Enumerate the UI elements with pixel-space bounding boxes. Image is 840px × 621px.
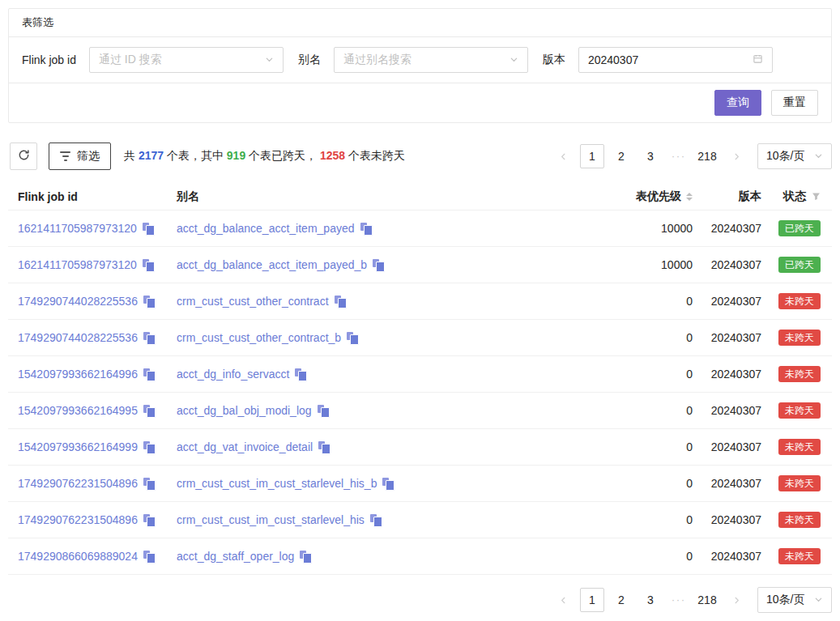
cell-version: 20240307 [693,368,761,381]
next-page-button[interactable] [724,588,748,612]
last-page-button[interactable]: 218 [695,144,719,168]
flink-job-id-select[interactable]: 通过 ID 搜索 [89,47,284,73]
cell-flink-job-id: 1749290762231504896 [8,513,177,526]
copy-icon[interactable] [295,368,306,380]
version-date-input[interactable]: 20240307 [578,47,773,73]
prev-page-button[interactable] [551,588,575,612]
status-badge: 未跨天 [778,512,821,528]
page-size-value: 10条/页 [766,593,804,607]
cell-status: 未跨天 [761,439,832,455]
page-button-3[interactable]: 3 [638,144,663,168]
cell-version: 20240307 [693,331,761,344]
alias-link[interactable]: acct_dg_vat_invoice_detail [177,440,313,453]
cell-priority: 0 [587,550,693,563]
cell-alias: acct_dg_balance_acct_item_payed [177,222,587,235]
cell-status: 未跨天 [761,548,832,564]
pagination-top: 1 2 3 ··· 218 [548,144,751,168]
copy-icon[interactable] [360,223,372,234]
status-badge: 未跨天 [778,402,821,419]
filter-toggle-label: 筛选 [77,149,100,164]
cell-alias: acct_dg_info_servacct [177,368,587,381]
cell-version: 20240307 [693,550,761,563]
last-page-button[interactable]: 218 [695,588,719,612]
cell-priority: 0 [587,477,693,490]
next-page-button[interactable] [724,144,748,168]
alias-link[interactable]: acct_dg_bal_obj_modi_log [177,404,312,417]
alias-link[interactable]: crm_cust_cust_other_contract_b [177,331,341,344]
alias-link[interactable]: acct_dg_info_servacct [177,368,289,381]
page-size-select[interactable]: 10条/页 [757,587,832,613]
cell-alias: crm_cust_cust_im_cust_starlevel_his_b [177,477,587,490]
status-badge: 已跨天 [778,257,821,273]
copy-icon[interactable] [143,551,155,562]
copy-icon[interactable] [143,368,155,380]
copy-icon[interactable] [143,478,155,489]
search-button[interactable]: 查询 [714,90,761,116]
flink-job-id-link[interactable]: 1621411705987973120 [18,258,137,271]
cell-priority: 0 [587,513,693,526]
copy-icon[interactable] [143,405,155,416]
flink-job-id-link[interactable]: 1749290762231504896 [18,477,138,490]
alias-link[interactable]: acct_dg_balance_acct_item_payed [177,222,355,235]
copy-icon[interactable] [143,223,154,234]
table-row: 1542097993662164996 acct_dg_info_servacc… [8,356,832,393]
flink-job-id-link[interactable]: 1749290762231504896 [18,513,138,526]
copy-icon[interactable] [318,441,330,453]
header-status: 状态 [761,189,832,204]
sort-icon[interactable] [686,193,693,201]
flink-job-id-link[interactable]: 1749290866069889024 [18,550,138,563]
cell-status: 未跨天 [761,293,832,309]
filter-toggle-button[interactable]: 筛选 [49,142,111,170]
copy-icon[interactable] [347,332,358,343]
copy-icon[interactable] [370,514,382,525]
page-button-2[interactable]: 2 [609,588,633,612]
page-size-select[interactable]: 10条/页 [757,143,832,169]
filter-funnel-icon[interactable] [812,192,821,201]
copy-icon[interactable] [373,259,384,270]
page-button-1[interactable]: 1 [580,144,604,168]
flink-job-id-link[interactable]: 1621411705987973120 [18,222,137,235]
alias-link[interactable]: acct_dg_staff_oper_log [177,550,294,563]
copy-icon[interactable] [300,551,311,562]
flink-job-id-link[interactable]: 1749290744028225536 [18,331,138,344]
copy-icon[interactable] [318,405,329,416]
copy-icon[interactable] [143,296,155,307]
page-button-3[interactable]: 3 [638,588,663,612]
copy-icon[interactable] [143,259,154,270]
refresh-button[interactable] [10,142,37,170]
cell-alias: acct_dg_bal_obj_modi_log [177,404,587,417]
copy-icon[interactable] [143,514,155,525]
page-button-2[interactable]: 2 [609,144,633,168]
page-ellipsis[interactable]: ··· [667,151,690,162]
crossed-count: 919 [227,149,245,162]
header-priority[interactable]: 表优先级 [587,189,693,204]
status-badge: 未跨天 [778,548,821,564]
copy-icon[interactable] [382,478,394,489]
cell-flink-job-id: 1621411705987973120 [8,222,177,235]
alias-link[interactable]: crm_cust_cust_other_contract [177,295,329,308]
flink-job-id-link[interactable]: 1749290744028225536 [18,295,138,308]
alias-select[interactable]: 通过别名搜索 [334,47,528,73]
alias-link[interactable]: acct_dg_balance_acct_item_payed_b [177,258,367,271]
flink-job-id-link[interactable]: 1542097993662164995 [18,404,138,417]
cell-alias: crm_cust_cust_other_contract_b [177,331,587,344]
prev-page-button[interactable] [551,144,575,168]
copy-icon[interactable] [143,332,155,343]
alias-link[interactable]: crm_cust_cust_im_cust_starlevel_his [177,513,365,526]
table-row: 1749290866069889024 acct_dg_staff_oper_l… [8,538,832,575]
copy-icon[interactable] [143,441,155,453]
cell-flink-job-id: 1749290866069889024 [8,550,177,563]
table-row: 1749290762231504896 crm_cust_cust_im_cus… [8,502,832,538]
chevron-down-icon [265,53,274,66]
flink-job-id-link[interactable]: 1542097993662164999 [18,440,138,453]
reset-button[interactable]: 重置 [771,90,818,116]
page-button-1[interactable]: 1 [580,588,604,612]
cell-priority: 10000 [587,258,693,271]
flink-job-id-link[interactable]: 1542097993662164996 [18,368,138,381]
page-ellipsis[interactable]: ··· [667,594,690,606]
cell-flink-job-id: 1749290744028225536 [8,295,177,308]
status-badge: 未跨天 [778,366,821,382]
alias-link[interactable]: crm_cust_cust_im_cust_starlevel_his_b [177,477,377,490]
cell-flink-job-id: 1749290744028225536 [8,331,177,344]
copy-icon[interactable] [335,296,346,307]
